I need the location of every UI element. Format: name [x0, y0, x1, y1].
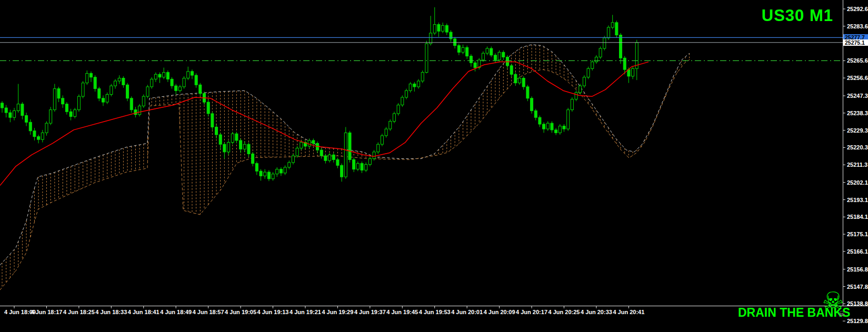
candle-bear	[166, 73, 169, 79]
candle-bear	[199, 85, 202, 93]
price-scale[interactable]: 25292.625283.625265.625256.625247.325238…	[843, 6, 868, 324]
candle-bull	[284, 167, 286, 173]
candle-bull	[583, 77, 585, 86]
candle-bear	[538, 117, 541, 124]
time-label: 4 Jun 18:25	[63, 309, 95, 315]
candle-bear	[57, 89, 60, 98]
candle-bull	[243, 144, 246, 149]
candle-bear	[25, 116, 28, 123]
candle-bear	[280, 169, 282, 173]
time-label: 4 Jun 19:05	[225, 309, 256, 315]
candle-bear	[240, 140, 242, 149]
candle-bear	[361, 164, 363, 170]
candle-bear	[267, 172, 270, 179]
candle-bull	[591, 62, 594, 69]
time-label: 4 Jun 18:33	[95, 309, 127, 315]
candle-bull	[393, 114, 395, 122]
candle-bear	[195, 75, 197, 85]
candlesticks	[1, 7, 638, 182]
time-label: 4 Jun 19:37	[354, 309, 386, 315]
candle-bear	[474, 63, 476, 67]
candle-bull	[45, 123, 48, 133]
candle-bull	[106, 95, 108, 103]
candle-bull	[462, 47, 464, 52]
candle-bull	[595, 57, 597, 62]
candle-bull	[397, 105, 400, 114]
candle-bull	[86, 73, 88, 83]
candle-bear	[235, 134, 238, 140]
candle-bull	[292, 156, 294, 163]
candle-bull	[183, 78, 185, 87]
time-label: 4 Jun 18:41	[128, 309, 159, 315]
candle-bear	[37, 137, 40, 139]
candle-bull	[151, 79, 153, 87]
candle-bear	[531, 98, 533, 111]
candle-bear	[5, 108, 7, 113]
candle-bull	[74, 110, 76, 117]
candle-bear	[437, 25, 440, 32]
candle-bear	[191, 72, 193, 75]
candle-bull	[381, 136, 383, 144]
candle-bear	[215, 127, 218, 135]
candle-bull	[575, 93, 577, 99]
candle-bear	[623, 58, 626, 69]
candle-bear	[324, 156, 327, 160]
price-label: 25265.6	[847, 57, 868, 64]
candle-bear	[348, 133, 351, 159]
candle-bear	[470, 56, 472, 63]
candle-bear	[494, 55, 496, 60]
candle-bear	[336, 159, 339, 165]
candle-bull	[571, 99, 573, 110]
candle-bull	[154, 74, 157, 79]
candle-bear	[69, 112, 72, 116]
candle-bear	[341, 165, 343, 177]
candle-bull	[377, 144, 380, 152]
candle-bull	[276, 169, 278, 174]
candle-bear	[252, 154, 254, 163]
time-label: 4 Jun 18:57	[193, 309, 224, 315]
candle-bear	[413, 84, 416, 86]
candle-bull	[433, 25, 436, 33]
candle-bear	[466, 47, 468, 56]
time-label: 4 Jun 18:49	[160, 309, 192, 315]
candle-bear	[171, 79, 173, 86]
price-label: 25211.3	[847, 162, 867, 168]
chart-canvas[interactable]: 25292.625283.625265.625256.625247.325238…	[0, 0, 868, 332]
candle-bull	[558, 126, 561, 133]
candle-bull	[587, 68, 590, 77]
axes	[0, 0, 868, 306]
candle-bear	[450, 32, 452, 39]
time-label: 4 Jun 20:01	[451, 309, 483, 315]
price-label: 25229.3	[847, 127, 868, 134]
candle-bear	[615, 23, 618, 35]
candle-bull	[599, 48, 602, 57]
time-label: 4 Jun 20:09	[484, 309, 515, 315]
candle-bull	[430, 33, 432, 44]
candle-bear	[457, 46, 460, 53]
candle-bear	[21, 104, 24, 116]
candle-bear	[510, 66, 513, 74]
small-skull-icon: ☠	[838, 310, 845, 318]
candle-bull	[611, 23, 614, 27]
time-label: 4 Jun 19:53	[419, 309, 451, 315]
time-scale[interactable]: 4 Jun 18:094 Jun 18:174 Jun 18:254 Jun 1…	[4, 306, 644, 315]
candle-bear	[223, 144, 226, 152]
candle-bear	[320, 150, 323, 156]
candle-bear	[89, 73, 92, 77]
candle-bull	[546, 123, 549, 129]
candle-bear	[94, 77, 96, 89]
candle-bull	[17, 104, 19, 111]
time-label: 4 Jun 18:17	[31, 309, 62, 315]
price-label: 25147.8	[847, 284, 868, 290]
candle-bull	[138, 106, 141, 114]
time-label: 4 Jun 19:45	[386, 309, 418, 315]
price-label: 25238.3	[847, 110, 868, 116]
candle-bull	[146, 87, 149, 96]
candle-bear	[445, 25, 448, 32]
time-label: 4 Jun 20:33	[581, 309, 612, 315]
candle-bull	[142, 96, 145, 106]
price-label: 25283.6	[847, 23, 868, 29]
candle-bull	[368, 159, 371, 165]
candle-bull	[227, 143, 230, 152]
candle-bull	[272, 174, 274, 179]
